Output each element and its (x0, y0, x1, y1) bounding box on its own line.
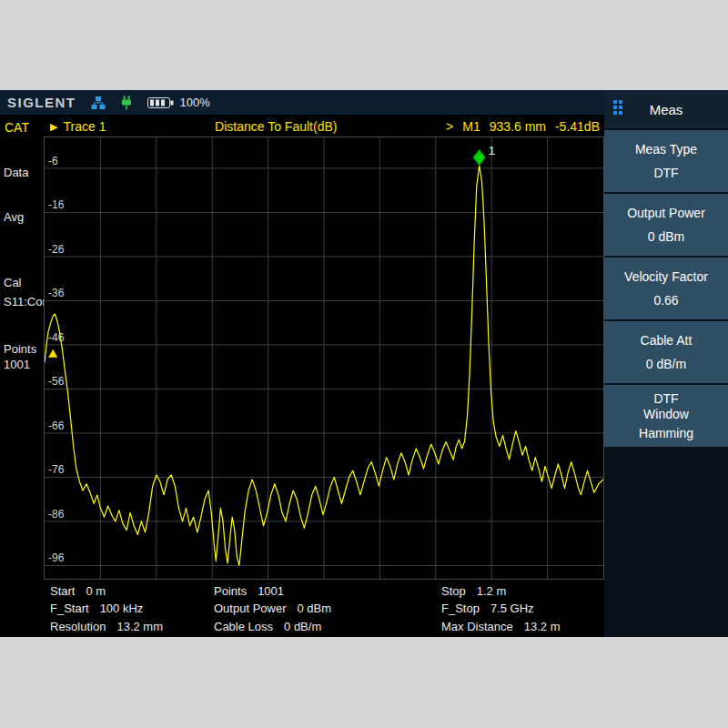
info-points: Points1001 (214, 584, 441, 598)
usb-plug-icon (120, 96, 133, 110)
info-fstart: F_Start100 kHz (50, 602, 214, 615)
softkey-velocity-factor[interactable]: Velocity Factor 0.66 (604, 258, 728, 319)
info-output-power: Output Power0 dBm (214, 602, 441, 615)
svg-text:-16: -16 (48, 198, 65, 211)
siglent-logo: SIGLENT (7, 95, 76, 110)
cal-state-label: S11:Cor (4, 295, 46, 308)
trace-name: Trace 1 (63, 119, 106, 134)
dtf-chart[interactable]: -6-16-26-36-46-56-66-76-86-961 (44, 136, 604, 580)
info-cable-loss: Cable Loss0 dB/m (214, 620, 441, 633)
svg-text:-56: -56 (48, 375, 65, 388)
trace-selector[interactable]: ▶ Trace 1 (50, 119, 106, 134)
info-fstop: F_Stop7.5 GHz (441, 602, 604, 615)
chart-title: Distance To Fault(dB) (106, 119, 446, 134)
main-display: CAT ▶ Trace 1 Distance To Fault(dB) > M1… (0, 115, 604, 637)
menu-dots-icon (613, 100, 622, 115)
marker-amplitude: -5.41dB (555, 119, 600, 134)
device-screen: SIGLENT (0, 90, 728, 637)
trace-arrow-icon: ▶ (50, 121, 57, 133)
start-triangle-marker (48, 349, 57, 358)
sweep-info-bar: Start0 m F_Start100 kHz Resolution13.2 m… (0, 580, 604, 637)
softkey-dtf-window[interactable]: DTF Window Hamming (604, 385, 728, 447)
menu-title: Meas (650, 102, 683, 117)
marker-readout: > M1 933.6 mm -5.41dB (446, 119, 600, 134)
sweep-info-col-mid: Points1001 Output Power0 dBm Cable Loss0… (214, 580, 441, 637)
svg-text:-96: -96 (48, 551, 65, 564)
svg-text:-36: -36 (48, 287, 65, 299)
cal-label: Cal (4, 276, 22, 289)
softkey-meas-type[interactable]: Meas Type DTF (604, 130, 728, 192)
peak-diamond-marker (473, 149, 486, 166)
points-value: 1001 (4, 358, 30, 371)
lan-icon (91, 96, 106, 110)
svg-text:-86: -86 (48, 508, 65, 521)
info-max-distance: Max Distance13.2 m (441, 620, 604, 633)
svg-text:-6: -6 (48, 155, 58, 167)
battery-icon (147, 96, 175, 109)
info-start: Start0 m (50, 584, 214, 598)
svg-text:-76: -76 (48, 463, 65, 476)
marker-prefix: > (446, 119, 453, 134)
page-background: { "statusbar": { "logo": "SIGLENT", "bat… (0, 0, 728, 728)
softkey-menu: Meas Meas Type DTF Output Power 0 dBm Ve… (604, 90, 728, 637)
info-resolution: Resolution13.2 mm (50, 620, 214, 633)
battery-percent: 100% (180, 96, 210, 109)
points-label: Points (4, 342, 36, 356)
svg-text:-46: -46 (48, 331, 65, 344)
avg-label: Avg (4, 210, 24, 224)
svg-text:1: 1 (489, 144, 495, 157)
data-label: Data (4, 166, 28, 179)
sweep-info-col-stop: Stop1.2 m F_Stop7.5 GHz Max Distance13.2… (441, 580, 604, 637)
menu-header: Meas (604, 90, 728, 128)
softkey-cable-att[interactable]: Cable Att 0 dB/m (604, 321, 728, 383)
marker-name: M1 (462, 119, 480, 134)
svg-text:-26: -26 (48, 243, 65, 256)
sweep-info-col-start: Start0 m F_Start100 kHz Resolution13.2 m… (0, 580, 214, 637)
marker-distance: 933.6 mm (490, 119, 546, 134)
trace-header-row: ▶ Trace 1 Distance To Fault(dB) > M1 933… (0, 116, 604, 136)
softkey-output-power[interactable]: Output Power 0 dBm (604, 194, 728, 256)
status-bar: SIGLENT (0, 90, 604, 115)
svg-text:-66: -66 (48, 420, 65, 432)
info-stop: Stop1.2 m (441, 584, 604, 598)
dtf-chart-svg: -6-16-26-36-46-56-66-76-86-961 (45, 137, 603, 579)
